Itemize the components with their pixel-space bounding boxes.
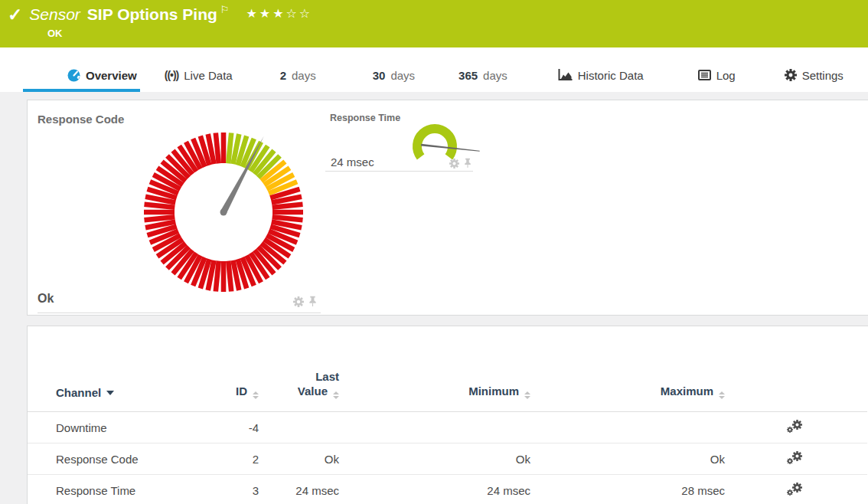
tab-365-days-number: 365	[458, 69, 478, 82]
tab-overview-label: Overview	[86, 69, 137, 82]
sensor-status-text: OK	[47, 28, 63, 39]
tab-log-label: Log	[716, 69, 736, 82]
maximum-cell: 28 msec	[530, 475, 725, 504]
tab-30-days-number: 30	[373, 69, 386, 82]
column-header-id-label: ID	[236, 385, 247, 398]
tab-overview[interactable]: Overview	[23, 61, 140, 92]
response-time-value: 24 msec	[331, 155, 374, 169]
column-header-last-value[interactable]: Last Value	[259, 369, 339, 412]
tab-30-days[interactable]: 30 days	[373, 61, 415, 92]
live-data-icon: ((•))	[165, 69, 179, 81]
last-value-cell: Ok	[259, 443, 339, 475]
channel-table-card: Channel ID Last Value Minimum Maximum	[27, 326, 868, 504]
channel-table-header-row: Channel ID Last Value Minimum Maximum	[28, 369, 867, 412]
column-header-minimum[interactable]: Minimum	[339, 369, 530, 412]
sensor-title: SIP Options Ping	[87, 4, 217, 25]
tab-2-days-number: 2	[280, 69, 286, 82]
status-check-icon: ✓	[8, 4, 22, 25]
sort-toggle-icon[interactable]	[333, 391, 339, 399]
tab-30-days-unit: days	[390, 69, 415, 82]
sort-desc-icon	[106, 391, 114, 395]
table-row-response-code: Response Code 2 Ok Ok Ok	[28, 443, 867, 475]
last-value-cell: 24 msec	[259, 475, 339, 504]
sort-toggle-icon[interactable]	[719, 391, 725, 399]
area-chart-icon	[558, 69, 573, 81]
tab-log[interactable]: Log	[698, 61, 736, 92]
column-header-minimum-label: Minimum	[468, 385, 519, 398]
tab-2-days[interactable]: 2 days	[280, 61, 316, 92]
table-row-response-time: Response Time 3 24 msec 24 msec 28 msec	[28, 475, 867, 504]
minimum-cell	[339, 412, 530, 443]
channel-name-cell[interactable]: Response Code	[28, 443, 224, 475]
maximum-cell: Ok	[530, 443, 725, 475]
column-header-maximum[interactable]: Maximum	[530, 369, 725, 412]
channel-table: Channel ID Last Value Minimum Maximum	[28, 369, 867, 504]
last-value-cell	[259, 412, 339, 443]
response-code-gauge	[135, 124, 312, 300]
sort-toggle-icon[interactable]	[253, 391, 259, 399]
response-code-panel-title: Response Code	[38, 113, 124, 126]
pin-icon[interactable]	[308, 296, 317, 307]
tab-live-data[interactable]: ((•)) Live Data	[165, 61, 233, 92]
channel-settings-gears-icon[interactable]	[787, 420, 802, 433]
channel-id-cell: -4	[224, 412, 259, 443]
tab-settings-label: Settings	[802, 69, 844, 82]
tab-historic-data[interactable]: Historic Data	[558, 61, 644, 92]
tab-365-days-unit: days	[483, 69, 507, 82]
overview-gauges-card: Response Code Ok Response Time 24 msec	[27, 100, 868, 316]
minimum-cell: Ok	[339, 443, 530, 475]
tab-365-days[interactable]: 365 days	[458, 61, 507, 92]
channel-name-cell[interactable]: Downtime	[28, 412, 224, 443]
table-row-downtime: Downtime -4	[28, 412, 867, 443]
column-header-channel-label: Channel	[56, 386, 101, 399]
tab-bar: Overview ((•)) Live Data 2 days 30 days …	[0, 47, 868, 92]
channel-settings-gears-icon[interactable]	[787, 451, 802, 464]
gear-icon	[785, 69, 797, 81]
tab-2-days-unit: days	[292, 69, 316, 82]
channel-id-cell: 3	[224, 475, 259, 504]
log-list-icon	[698, 70, 711, 80]
column-header-maximum-label: Maximum	[661, 385, 713, 398]
gauge-settings-gear-icon[interactable]	[293, 296, 304, 307]
gauge-settings-gear-icon[interactable]	[449, 159, 459, 169]
maximum-cell	[530, 412, 725, 443]
channel-settings-gears-icon[interactable]	[787, 483, 802, 496]
sort-toggle-icon[interactable]	[524, 391, 530, 399]
column-header-channel[interactable]: Channel	[28, 369, 224, 412]
response-code-value: Ok	[38, 292, 54, 306]
column-header-id[interactable]: ID	[224, 369, 259, 412]
channel-id-cell: 2	[224, 443, 259, 475]
tab-settings[interactable]: Settings	[785, 61, 844, 92]
object-type-label: Sensor	[29, 4, 80, 25]
flag-icon[interactable]: ⚐	[220, 5, 230, 15]
gauge-icon	[67, 69, 80, 82]
column-header-last-label: Last	[315, 370, 339, 383]
pin-icon[interactable]	[464, 158, 472, 169]
star-rating[interactable]: ★★★☆☆	[246, 5, 312, 22]
sensor-status-header: ✓ Sensor SIP Options Ping ⚐ ★★★☆☆ OK	[0, 0, 868, 47]
tab-live-data-label: Live Data	[184, 69, 232, 82]
tab-historic-data-label: Historic Data	[578, 69, 644, 82]
channel-name-cell[interactable]: Response Time	[28, 475, 224, 504]
minimum-cell: 24 msec	[339, 475, 530, 504]
column-header-value-label: Value	[298, 385, 328, 398]
